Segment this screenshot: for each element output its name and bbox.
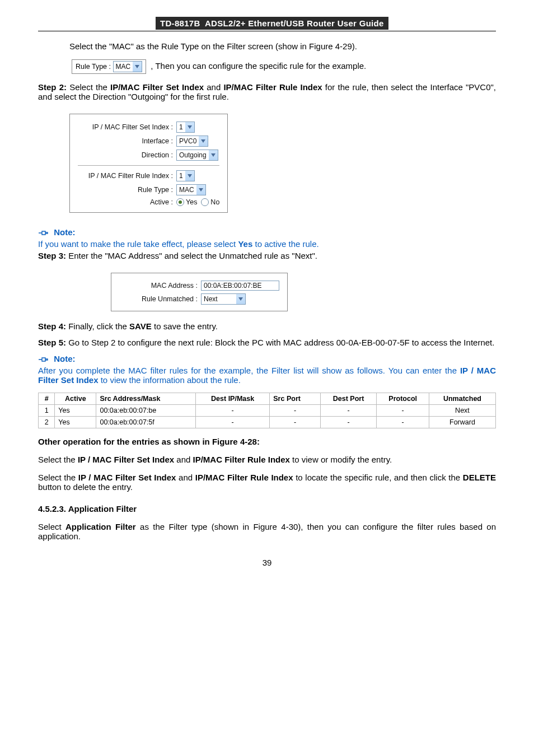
f3-label: Direction : xyxy=(78,151,176,159)
active-yes-radio[interactable] xyxy=(176,198,184,206)
rule-type-select-inline[interactable]: MAC xyxy=(113,61,143,72)
f4-label: IP / MAC Filter Rule Index : xyxy=(78,172,176,180)
chevron-down-icon xyxy=(199,136,208,146)
svg-marker-6 xyxy=(238,297,243,301)
hand-point-icon xyxy=(38,229,48,237)
other-heading: Other operation for the entries as shown… xyxy=(38,437,496,446)
f5-label: Rule Type : xyxy=(78,186,176,194)
step2: Step 2: Select the IP/MAC Filter Set Ind… xyxy=(38,82,496,101)
other-line1: Select the IP / MAC Filter Set Index and… xyxy=(38,455,496,464)
step3: Step 3: Enter the "MAC Address" and sele… xyxy=(38,251,496,260)
app-filter-heading: 4.5.2.3. Application Filter xyxy=(38,504,496,514)
intro-line2-wrap: Rule Type : MAC , Then you can configure… xyxy=(38,59,496,74)
rule-index-select[interactable]: 1 xyxy=(176,170,195,181)
mac-label: MAC Address : xyxy=(119,282,201,290)
unmatched-label: Rule Unmatched : xyxy=(119,295,201,303)
svg-marker-4 xyxy=(188,174,192,178)
svg-marker-2 xyxy=(201,139,205,143)
f1-label: IP / MAC Filter Set Index : xyxy=(78,123,176,131)
set-index-select[interactable]: 1 xyxy=(176,122,195,133)
doc-model: TD-8817B xyxy=(160,18,200,28)
f2-label: Interface : xyxy=(78,137,176,145)
hand-point-icon xyxy=(38,356,48,363)
page-number: 39 xyxy=(38,558,496,567)
chevron-down-icon xyxy=(133,62,142,72)
intro-line2: , Then you can configure the specific ru… xyxy=(151,61,366,71)
chevron-down-icon xyxy=(209,150,218,160)
direction-select[interactable]: Outgoing xyxy=(176,150,218,161)
table-header: # Active Src Address/Mask Dest IP/Mask S… xyxy=(39,393,496,405)
note-1: Note: xyxy=(38,227,496,237)
step4: Step 4: Finally, click the SAVE to save … xyxy=(38,321,496,331)
note-2: Note: xyxy=(38,354,496,363)
intro-line1: Select the "MAC" as the Rule Type on the… xyxy=(38,41,496,51)
table-row: 1 Yes 00:0a:eb:00:07:be - - - - Next xyxy=(39,405,496,417)
inline-ruletype: Rule Type : MAC xyxy=(72,59,146,74)
svg-marker-0 xyxy=(135,65,139,68)
chevron-down-icon xyxy=(196,185,205,195)
note2-text: After you complete the MAC filter rules … xyxy=(38,366,496,385)
svg-marker-1 xyxy=(188,125,192,129)
rule-unmatched-select[interactable]: Next xyxy=(201,293,246,305)
settings-box-2: MAC Address : 00:0A:EB:00:07:BE Rule Unm… xyxy=(111,273,288,311)
rule-type-select[interactable]: MAC xyxy=(176,184,206,195)
chevron-down-icon xyxy=(236,294,245,304)
svg-marker-5 xyxy=(199,188,203,192)
app-filter-text: Select Application Filter as the Filter … xyxy=(38,522,496,541)
filter-table: # Active Src Address/Mask Dest IP/Mask S… xyxy=(38,393,496,428)
step5: Step 5: Go to Step 2 to configure the ne… xyxy=(38,338,496,347)
table-row: 2 Yes 00:0a:eb:00:07:5f - - - - Forward xyxy=(39,417,496,428)
active-no-radio[interactable] xyxy=(201,198,209,206)
svg-marker-3 xyxy=(211,153,216,157)
interface-select[interactable]: PVC0 xyxy=(176,136,208,147)
f6-label: Active : xyxy=(78,198,176,206)
doc-title: ADSL2/2+ Ethernet/USB Router User Guide xyxy=(205,18,384,28)
other-line2: Select the IP / MAC Filter Set Index and… xyxy=(38,473,496,492)
chevron-down-icon xyxy=(185,171,194,181)
settings-box-1: IP / MAC Filter Set Index : 1 Interface … xyxy=(69,114,228,213)
chevron-down-icon xyxy=(185,122,194,132)
mac-address-input[interactable]: 00:0A:EB:00:07:BE xyxy=(201,281,279,291)
note1-text: If you want to make the rule take effect… xyxy=(38,239,496,249)
inline-ruletype-label: Rule Type : xyxy=(76,63,111,71)
